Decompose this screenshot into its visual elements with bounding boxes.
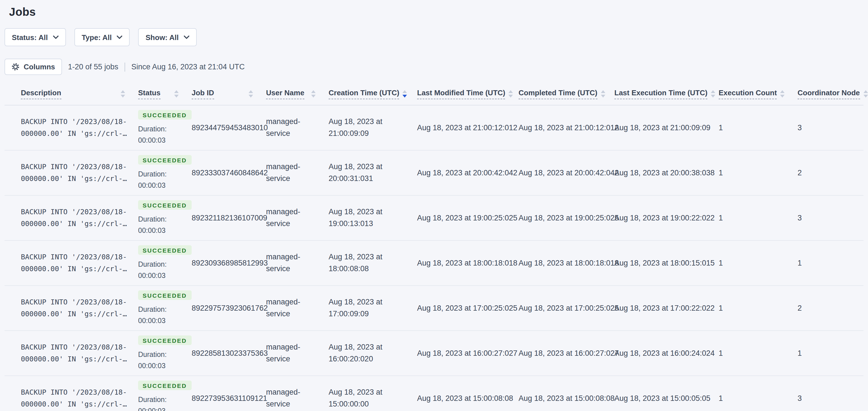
duration-value: 00:00:03: [138, 270, 184, 281]
job-description-link[interactable]: BACKUP INTO '/2023/08/18-000000.00' IN '…: [21, 116, 131, 139]
duration-label: Duration:: [138, 123, 184, 135]
sort-arrows-icon[interactable]: [174, 90, 179, 97]
last-modified-time: Aug 18, 2023 at 15:00:08:08: [417, 394, 513, 403]
table-row[interactable]: BACKUP INTO '/2023/08/18-000000.00' IN '…: [4, 150, 864, 195]
sort-arrows-icon[interactable]: [121, 90, 125, 97]
sort-arrows-icon[interactable]: [403, 90, 407, 97]
duration-value: 00:00:03: [138, 360, 184, 371]
column-header[interactable]: Coordinator Node: [790, 83, 864, 105]
sort-desc-icon: [780, 95, 785, 97]
user-name: managed-service: [266, 206, 312, 230]
column-header[interactable]: Status: [131, 83, 184, 105]
job-description-link[interactable]: BACKUP INTO '/2023/08/18-000000.00' IN '…: [21, 252, 131, 274]
sort-asc-icon: [601, 90, 606, 93]
chevron-down-icon: [117, 35, 123, 39]
columns-button-label: Columns: [24, 63, 55, 71]
job-description-link[interactable]: BACKUP INTO '/2023/08/18-000000.00' IN '…: [21, 207, 131, 230]
sort-desc-icon: [711, 95, 715, 97]
filter-button[interactable]: Status: All: [4, 28, 66, 46]
user-name: managed-service: [266, 251, 312, 275]
table-row[interactable]: BACKUP INTO '/2023/08/18-000000.00' IN '…: [4, 376, 864, 411]
sort-desc-icon: [249, 95, 253, 97]
sort-asc-icon: [509, 90, 513, 93]
column-header[interactable]: Completed Time (UTC): [511, 83, 607, 105]
user-name: managed-service: [266, 341, 312, 365]
sort-arrows-icon[interactable]: [249, 90, 253, 97]
sort-asc-icon: [121, 90, 125, 93]
filter-button-label: Show: All: [146, 33, 179, 41]
chevron-down-icon: [53, 35, 59, 39]
columns-button[interactable]: Columns: [4, 59, 62, 75]
column-header[interactable]: Job ID: [184, 83, 259, 105]
job-description-link[interactable]: BACKUP INTO '/2023/08/18-000000.00' IN '…: [21, 297, 131, 320]
jobs-table: Description Status Job ID User Name: [4, 83, 864, 411]
status-badge: SUCCEEDED: [138, 335, 191, 345]
job-description-link[interactable]: BACKUP INTO '/2023/08/18-000000.00' IN '…: [21, 162, 131, 184]
job-description-link[interactable]: BACKUP INTO '/2023/08/18-000000.00' IN '…: [21, 342, 131, 365]
last-execution-time: Aug 18, 2023 at 20:00:38:038: [614, 169, 715, 177]
column-header[interactable]: Execution Count: [711, 83, 790, 105]
column-header-label: Description: [21, 89, 61, 99]
filter-button-label: Status: All: [12, 33, 48, 41]
execution-count: 1: [719, 214, 723, 222]
job-description-link[interactable]: BACKUP INTO '/2023/08/18-000000.00' IN '…: [21, 387, 131, 410]
sort-desc-icon: [601, 95, 606, 97]
column-header-label: Status: [138, 89, 160, 99]
sort-asc-icon: [174, 90, 179, 93]
filter-button[interactable]: Type: All: [74, 28, 130, 46]
completed-time: Aug 18, 2023 at 18:00:18:018: [519, 259, 619, 267]
column-header-label: User Name: [266, 89, 304, 99]
sort-arrows-icon[interactable]: [601, 90, 606, 97]
column-header-label: Creation Time (UTC): [329, 89, 399, 99]
column-header[interactable]: Last Modified Time (UTC): [410, 83, 511, 105]
filter-button[interactable]: Show: All: [138, 28, 197, 46]
last-execution-time: Aug 18, 2023 at 18:00:15:015: [614, 259, 715, 267]
last-modified-time: Aug 18, 2023 at 18:00:18:018: [417, 259, 518, 267]
column-header[interactable]: Description: [4, 83, 131, 105]
table-header-row: Description Status Job ID User Name: [4, 83, 864, 105]
jobs-count: 1-20 of 55 jobs: [68, 63, 118, 71]
duration-value: 00:00:03: [138, 315, 184, 326]
gear-icon: [11, 63, 20, 71]
sort-arrows-icon[interactable]: [863, 90, 868, 97]
last-execution-time: Aug 18, 2023 at 15:00:05:05: [614, 394, 710, 403]
duration-label: Duration:: [138, 394, 184, 405]
last-modified-time: Aug 18, 2023 at 19:00:25:025: [417, 214, 518, 222]
sort-arrows-icon[interactable]: [780, 90, 785, 97]
column-header[interactable]: Last Execution Time (UTC): [607, 83, 711, 105]
divider: [125, 62, 125, 71]
job-id: 892309368985812993: [192, 259, 268, 267]
completed-time: Aug 18, 2023 at 17:00:25:025: [519, 304, 619, 312]
status-badge: SUCCEEDED: [138, 110, 191, 119]
column-header-label: Completed Time (UTC): [519, 89, 597, 99]
job-id: 892273953631109121: [192, 394, 267, 403]
sort-asc-icon: [311, 90, 316, 93]
sort-arrows-icon[interactable]: [711, 90, 715, 97]
creation-time: Aug 18, 2023 at 15:00:00:00: [329, 386, 397, 410]
sort-asc-icon: [711, 90, 715, 93]
column-header[interactable]: Creation Time (UTC): [321, 83, 410, 105]
column-header-label: Execution Count: [719, 89, 777, 99]
duration-value: 00:00:03: [138, 225, 184, 236]
sort-asc-icon: [249, 90, 253, 93]
job-id: 892285813023375363: [192, 349, 268, 357]
table-row[interactable]: BACKUP INTO '/2023/08/18-000000.00' IN '…: [4, 195, 864, 240]
execution-count: 1: [719, 169, 723, 177]
duration-value: 00:00:03: [138, 135, 184, 146]
execution-count: 1: [719, 304, 723, 312]
table-row[interactable]: BACKUP INTO '/2023/08/18-000000.00' IN '…: [4, 240, 864, 286]
completed-time: Aug 18, 2023 at 15:00:08:08: [519, 394, 615, 403]
sort-arrows-icon[interactable]: [509, 90, 513, 97]
creation-time: Aug 18, 2023 at 16:00:20:020: [329, 341, 397, 365]
table-row[interactable]: BACKUP INTO '/2023/08/18-000000.00' IN '…: [4, 331, 864, 376]
sort-desc-icon: [403, 95, 407, 97]
table-row[interactable]: BACKUP INTO '/2023/08/18-000000.00' IN '…: [4, 286, 864, 331]
duration-label: Duration:: [138, 349, 184, 360]
column-header[interactable]: User Name: [259, 83, 321, 105]
last-execution-time: Aug 18, 2023 at 17:00:22:022: [614, 304, 715, 312]
execution-count: 1: [719, 394, 723, 403]
jobs-page: Jobs Status: All Type: All Show: All Col…: [0, 0, 868, 411]
sort-arrows-icon[interactable]: [311, 90, 316, 97]
table-row[interactable]: BACKUP INTO '/2023/08/18-000000.00' IN '…: [4, 105, 864, 150]
last-execution-time: Aug 18, 2023 at 19:00:22:022: [614, 214, 715, 222]
